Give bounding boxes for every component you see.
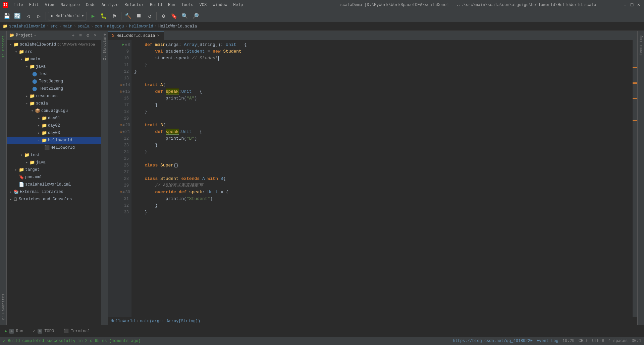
- build-button[interactable]: 🔨: [123, 11, 133, 21]
- impl-gutter-14[interactable]: ◎: [120, 82, 122, 88]
- coverage-button[interactable]: ⚑: [110, 11, 119, 21]
- project-close-button[interactable]: ×: [92, 32, 98, 39]
- tree-item-helloworld-folder[interactable]: ▾ 📁 helloworld: [7, 137, 101, 144]
- sync-button[interactable]: 🔄: [13, 11, 22, 21]
- event-log-tab[interactable]: Event Log: [638, 33, 644, 57]
- menu-refactor[interactable]: Refactor: [122, 2, 147, 8]
- menu-build[interactable]: Build: [147, 2, 165, 8]
- menu-edit[interactable]: Edit: [26, 2, 42, 8]
- tree-item-target[interactable]: ▸ 📁 target: [7, 166, 101, 174]
- add-source-button[interactable]: +: [70, 32, 76, 39]
- search-everywhere-button[interactable]: 🔎: [191, 11, 200, 21]
- tree-item-test-class[interactable]: ⬤ Test: [7, 70, 101, 78]
- stop-button[interactable]: ⏹: [134, 11, 144, 21]
- impl-gutter-15[interactable]: ◎: [120, 88, 122, 95]
- project-settings-button[interactable]: ⚙: [85, 32, 91, 39]
- collapse-all-button[interactable]: ≡: [77, 32, 84, 39]
- status-encoding[interactable]: CRLF: [579, 339, 588, 343]
- editor-breadcrumb-helloworld[interactable]: HelloWorld: [111, 319, 135, 324]
- tab-favorites[interactable]: 2: Favorites: [0, 292, 6, 322]
- tab-helloworld[interactable]: S HelloWorld.scala ×: [108, 31, 164, 40]
- menu-view[interactable]: View: [42, 2, 57, 8]
- breadcrumb-atguigu[interactable]: atguigu: [107, 24, 124, 29]
- impl-gutter-20[interactable]: ◎: [120, 122, 122, 129]
- breadcrumb-main[interactable]: main: [63, 24, 72, 29]
- run-gutter-8[interactable]: ▶: [122, 42, 124, 48]
- breadcrumb-com[interactable]: com: [95, 24, 102, 29]
- tree-item-src[interactable]: ▾ 📁 src: [7, 48, 101, 56]
- status-indent[interactable]: 4 spaces: [608, 339, 628, 343]
- menu-file[interactable]: File: [11, 2, 26, 8]
- tree-item-day02[interactable]: ▸ 📁 day02: [7, 122, 101, 129]
- close-button[interactable]: ×: [636, 2, 641, 8]
- impl-gutter2-14[interactable]: ◉: [123, 82, 125, 88]
- code-content[interactable]: def main(args: Array[String]): Unit = { …: [131, 40, 633, 317]
- save-button[interactable]: 💾: [2, 11, 11, 21]
- menu-tools[interactable]: Tools: [179, 2, 196, 8]
- impl-gutter2-20[interactable]: ◉: [123, 122, 125, 129]
- menu-run[interactable]: Run: [165, 2, 178, 8]
- breadcrumb-sep5: ›: [103, 24, 106, 29]
- override-gutter-30[interactable]: ◎: [120, 189, 122, 196]
- tree-item-testzizeng[interactable]: ⬤ TestZiZeng: [7, 85, 101, 92]
- tree-item-test-folder[interactable]: ▾ 📁 test: [7, 151, 101, 159]
- tree-item-scala-folder[interactable]: ▾ 📁 scala: [7, 100, 101, 107]
- tab-todo[interactable]: ✓ 6 TODO: [28, 325, 59, 337]
- redo-button[interactable]: ▷: [34, 11, 44, 21]
- impl-gutter2-30[interactable]: ◉: [123, 189, 125, 196]
- bookmark-button[interactable]: 🔖: [169, 11, 179, 21]
- tree-item-scratch[interactable]: ▸ 🗒 Scratches and Consoles: [7, 196, 101, 203]
- menu-analyze[interactable]: Analyze: [99, 2, 121, 8]
- structure-label[interactable]: Z: Structure: [103, 32, 107, 61]
- breadcrumb-helloworld-file[interactable]: HelloWorld.scala: [158, 24, 197, 29]
- menu-vcs[interactable]: VCS: [197, 2, 210, 8]
- code-line-30: override def speak: Unit = {: [134, 189, 630, 196]
- code-line-29: // AB没有关系直接重写: [134, 182, 630, 189]
- menu-window[interactable]: Window: [210, 2, 230, 8]
- editor-breadcrumb-main[interactable]: main(args: Array[String]): [140, 319, 200, 324]
- line-10: 10: [108, 55, 131, 62]
- main-area: 1: Project 2: Favorites 📂 Project ▾ + ≡ …: [0, 31, 644, 325]
- impl-gutter-8[interactable]: ◉: [125, 42, 127, 48]
- impl-gutter2-15[interactable]: ◉: [123, 88, 125, 95]
- event-log-status[interactable]: Event Log: [537, 339, 558, 343]
- reload-button[interactable]: ↺: [145, 11, 154, 21]
- breadcrumb-src[interactable]: src: [50, 24, 58, 29]
- debug-button[interactable]: 🐛: [99, 11, 108, 21]
- tab-terminal[interactable]: ⬛ Terminal: [59, 325, 95, 337]
- impl-gutter-21[interactable]: ◎: [120, 129, 122, 135]
- tree-item-com-atguigu[interactable]: ▾ 📦 com.atguigu: [7, 107, 101, 115]
- breadcrumb-helloworld-pkg[interactable]: helloworld: [129, 24, 153, 29]
- impl-gutter2-21[interactable]: ◉: [123, 129, 125, 135]
- tree-item-day03[interactable]: ▸ 📁 day03: [7, 129, 101, 137]
- menu-help[interactable]: Help: [230, 2, 246, 8]
- run-button[interactable]: ▶: [88, 11, 98, 21]
- tree-item-main[interactable]: ▾ 📁 main: [7, 56, 101, 63]
- menu-code[interactable]: Code: [83, 2, 98, 8]
- find-button[interactable]: 🔍: [180, 11, 190, 21]
- minimize-button[interactable]: –: [623, 2, 628, 8]
- undo-button[interactable]: ◁: [23, 11, 33, 21]
- tree-item-root[interactable]: ▾ 📁 scalahelloworld D:\MyWork\WorkSpa: [7, 41, 101, 48]
- tree-item-iml[interactable]: 📄 scalahelloworld.iml: [7, 181, 101, 188]
- tab-run[interactable]: ▶ 4 Run: [0, 325, 28, 337]
- menu-navigate[interactable]: Navigate: [58, 2, 83, 8]
- run-config-dropdown[interactable]: ▶ HelloWorld ▾: [48, 12, 87, 20]
- breadcrumb-scalahelloworld[interactable]: 📁 scalahelloworld: [3, 24, 45, 29]
- tree-item-ext-lib[interactable]: ▸ 📚 External Libraries: [7, 188, 101, 196]
- tree-item-java-test[interactable]: ▸ 📁 java: [7, 159, 101, 166]
- status-charset[interactable]: UTF-8: [592, 339, 604, 343]
- tab-project[interactable]: 1: Project: [0, 33, 6, 60]
- maximize-button[interactable]: □: [629, 2, 635, 8]
- tree-item-day01[interactable]: ▸ 📁 day01: [7, 115, 101, 122]
- breadcrumb-scala[interactable]: scala: [77, 24, 90, 29]
- code-line-31: println("Student"): [134, 196, 630, 202]
- tree-item-pom[interactable]: 🔖 pom.xml: [7, 174, 101, 181]
- tree-item-java[interactable]: ▾ 📁 java: [7, 63, 101, 70]
- settings-button[interactable]: ⚙: [159, 11, 168, 21]
- tree-item-testjeceng[interactable]: ⬤ TestJeceng: [7, 78, 101, 85]
- status-link[interactable]: https://blog.csdn.net/qq_40180220: [453, 339, 533, 343]
- tab-close-button[interactable]: ×: [157, 33, 159, 38]
- tree-item-helloworld-class[interactable]: ⬛ HelloWorld: [7, 144, 101, 151]
- tree-item-resources[interactable]: ▸ 📁 resources: [7, 92, 101, 100]
